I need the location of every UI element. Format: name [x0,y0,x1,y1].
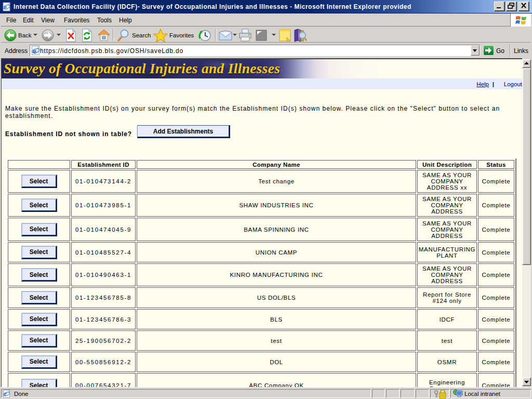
svg-text:e: e [4,3,7,11]
svg-text:e: e [33,47,36,55]
svg-text:e: e [4,391,7,397]
